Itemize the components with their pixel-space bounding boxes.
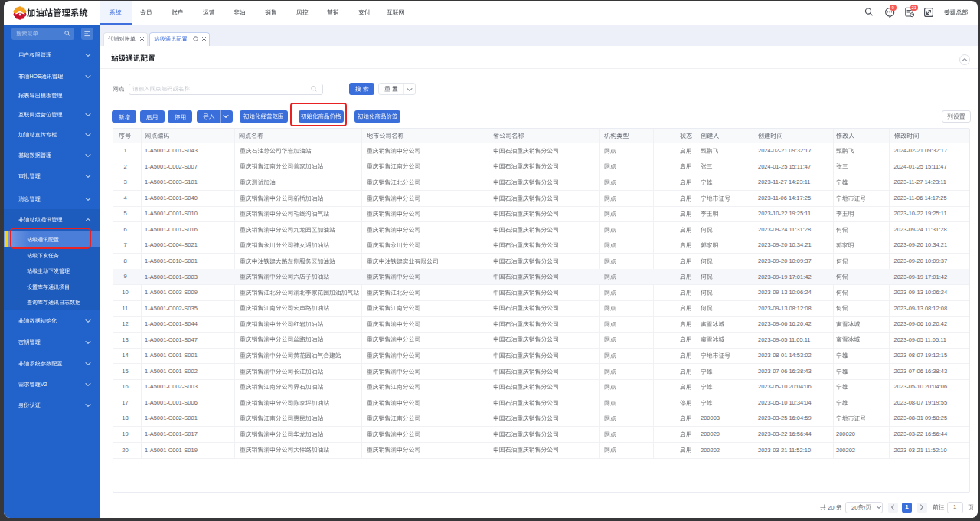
svg-text:HOS: HOS	[29, 74, 41, 80]
svg-text:/: /	[864, 504, 866, 511]
svg-text:V2: V2	[41, 382, 47, 388]
svg-text:20: 20	[851, 504, 858, 511]
svg-text:20: 20	[828, 504, 835, 511]
